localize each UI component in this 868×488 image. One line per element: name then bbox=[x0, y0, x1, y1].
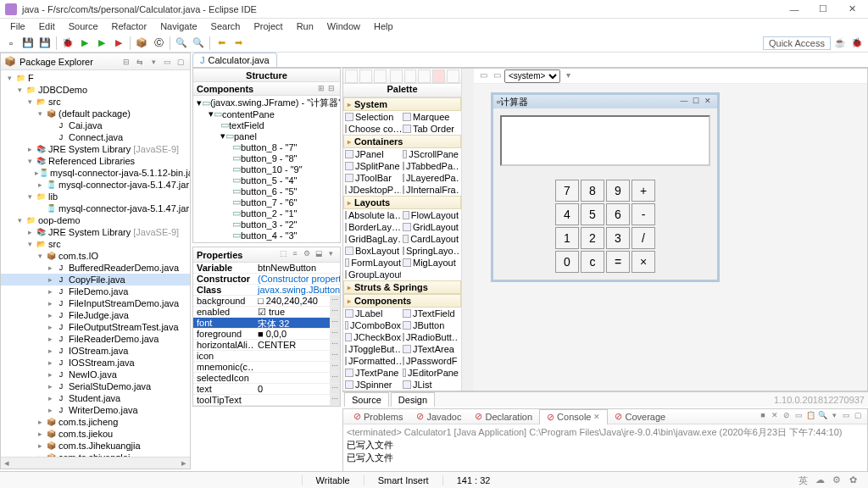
tree-node[interactable]: ▸JFileOutputStreamTest.java bbox=[1, 321, 190, 333]
property-row[interactable]: selectedIcon⋯ bbox=[193, 373, 340, 384]
link-editor-icon[interactable]: ⇆ bbox=[134, 56, 146, 68]
tree-node[interactable]: 🫙mysql-connector-java-5.1.47.jar bbox=[1, 202, 190, 214]
system-select[interactable]: <system> bbox=[504, 69, 560, 83]
palette-item[interactable]: JPasswordF… bbox=[401, 355, 459, 367]
menu-navigate[interactable]: Navigate bbox=[153, 19, 203, 33]
pal-test-icon[interactable] bbox=[447, 69, 459, 83]
palette-item[interactable]: MigLayout bbox=[401, 257, 459, 269]
component-node[interactable]: ▭button_5 - "4" bbox=[193, 175, 340, 186]
pal-paste-icon[interactable] bbox=[418, 69, 431, 83]
tree-node[interactable]: ▸JFileDemo.java bbox=[1, 286, 190, 297]
palette-category[interactable]: Layouts bbox=[343, 196, 461, 209]
menu-refactor[interactable]: Refactor bbox=[105, 19, 154, 33]
tree-node[interactable]: ▸JNewIO.java bbox=[1, 369, 190, 380]
pal-tool-icon[interactable] bbox=[359, 69, 372, 83]
palette-item[interactable]: Absolute la… bbox=[343, 209, 401, 221]
component-node[interactable]: ▾▭panel bbox=[193, 130, 340, 141]
tree-node[interactable]: ▸🫙mysql-connector-java-5.1.12-bin.jar - … bbox=[1, 167, 190, 179]
tree-node[interactable]: ▸JWriterDemo.java bbox=[1, 404, 190, 416]
tray-icon[interactable]: ✿ bbox=[849, 474, 861, 486]
canvas-tool-icon[interactable]: ▾ bbox=[562, 70, 574, 82]
palette-item[interactable]: JComboBox bbox=[343, 319, 401, 331]
palette-item[interactable]: JTabbedPa… bbox=[401, 160, 459, 172]
save-icon[interactable]: 💾 bbox=[20, 36, 36, 51]
tree-node[interactable]: ▸📦com.ts.Jihekuangjia bbox=[1, 440, 190, 452]
minimize-view-icon[interactable]: ▭ bbox=[161, 56, 173, 68]
calc-button[interactable]: + bbox=[632, 180, 655, 202]
palette-category[interactable]: System bbox=[343, 97, 461, 111]
palette-item[interactable]: JFormatted… bbox=[343, 355, 401, 367]
calc-textfield[interactable] bbox=[500, 115, 710, 166]
collapse-icon[interactable]: ⊟ bbox=[326, 84, 337, 94]
palette-item[interactable]: JTextField bbox=[401, 308, 459, 319]
property-row[interactable]: icon⋯ bbox=[193, 351, 340, 362]
debug-icon[interactable]: 🐞 bbox=[60, 36, 75, 51]
calc-button[interactable]: c bbox=[581, 251, 604, 273]
coverage-icon[interactable]: ▶ bbox=[94, 36, 109, 51]
tree-node[interactable]: ▸JCopyFile.java bbox=[1, 274, 190, 286]
tree-node[interactable]: ▸JStudent.java bbox=[1, 392, 190, 404]
tray-icon[interactable]: 英 bbox=[798, 474, 810, 486]
palette-item[interactable]: JDesktopP… bbox=[343, 184, 401, 196]
menu-search[interactable]: Search bbox=[204, 19, 248, 33]
palette-item[interactable]: JInternalFra… bbox=[401, 184, 459, 196]
property-row[interactable]: text0⋯ bbox=[193, 384, 340, 395]
tray-icon[interactable]: ☁ bbox=[815, 474, 827, 486]
palette-category[interactable]: Components bbox=[343, 294, 461, 308]
jframe-min-icon[interactable]: — bbox=[678, 97, 690, 107]
open-type-icon[interactable]: 🔍 bbox=[174, 36, 189, 51]
pal-delete-icon[interactable] bbox=[432, 69, 445, 83]
jframe-max-icon[interactable]: ☐ bbox=[690, 97, 702, 107]
tree-node[interactable]: ▸JIOStream.java bbox=[1, 345, 190, 357]
palette-item[interactable]: JPanel bbox=[343, 148, 401, 160]
quick-access[interactable]: Quick Access bbox=[763, 36, 831, 50]
tree-node[interactable]: ▾📁lib bbox=[1, 191, 190, 202]
property-row[interactable]: font宋体 32⋯ bbox=[193, 318, 340, 329]
console-toolbar-icon[interactable]: ▭ bbox=[840, 411, 852, 423]
component-node[interactable]: ▭button_2 - "1" bbox=[193, 208, 340, 219]
view-menu-icon[interactable]: ▾ bbox=[147, 56, 159, 68]
editor-tab-calculator[interactable]: J Calculator.java bbox=[192, 53, 277, 67]
palette-item[interactable]: GridLayout bbox=[401, 221, 459, 233]
calc-button[interactable]: × bbox=[632, 251, 655, 273]
console-toolbar-icon[interactable]: ▾ bbox=[828, 411, 840, 423]
component-node[interactable]: ▭textField bbox=[193, 119, 340, 130]
palette-item[interactable]: GroupLayout bbox=[343, 269, 401, 280]
maximize-view-icon[interactable]: ▢ bbox=[175, 56, 186, 68]
palette-item[interactable]: JTextPane bbox=[343, 367, 401, 379]
palette-item[interactable]: BoxLayout bbox=[343, 245, 401, 257]
property-row[interactable]: horizontalAli…CENTER⋯ bbox=[193, 340, 340, 351]
tree-node[interactable]: ▸JSerialStuDemo.java bbox=[1, 380, 190, 392]
property-row[interactable]: VariablebtnNewButton bbox=[193, 263, 340, 274]
palette-item[interactable]: JRadioButt… bbox=[401, 331, 459, 343]
property-row[interactable]: background□ 240,240,240⋯ bbox=[193, 296, 340, 307]
component-node[interactable]: ▭button_4 - "3" bbox=[193, 230, 340, 241]
scrollbar-h[interactable]: ◂▸ bbox=[1, 457, 190, 469]
calc-button[interactable]: / bbox=[632, 227, 655, 249]
palette-item[interactable]: Selection bbox=[343, 111, 401, 123]
close-button[interactable]: ✕ bbox=[841, 3, 863, 16]
maximize-button[interactable]: ☐ bbox=[812, 3, 834, 16]
property-row[interactable]: Constructor(Constructor properties) bbox=[193, 274, 340, 285]
design-jframe[interactable]: ▫ 计算器 — ☐ ✕ 789+456-123/0c=× bbox=[491, 92, 720, 282]
expand-icon[interactable]: ⊞ bbox=[316, 84, 326, 94]
console-toolbar-icon[interactable]: ✕ bbox=[769, 411, 781, 423]
run-icon[interactable]: ▶ bbox=[77, 36, 92, 51]
palette-item[interactable]: JTextArea bbox=[401, 343, 459, 355]
menu-window[interactable]: Window bbox=[320, 19, 367, 33]
component-node[interactable]: ▭button_7 - "6" bbox=[193, 197, 340, 208]
component-node[interactable]: ▭button_10 - "9" bbox=[193, 164, 340, 175]
menu-run[interactable]: Run bbox=[290, 19, 320, 33]
tree-node[interactable]: ▸📚JRE System Library [JavaSE-9] bbox=[1, 143, 190, 155]
menu-source[interactable]: Source bbox=[62, 19, 105, 33]
palette-item[interactable]: JCheckBox bbox=[343, 331, 401, 343]
tree-node[interactable]: ▸JIOSStream.java bbox=[1, 357, 190, 369]
tree-node[interactable]: ▾📁F bbox=[1, 72, 190, 84]
ext-tools-icon[interactable]: ▶ bbox=[111, 36, 126, 51]
palette-item[interactable]: FormLayout bbox=[343, 257, 401, 269]
console-toolbar-icon[interactable]: 📋 bbox=[804, 411, 816, 423]
component-node[interactable]: ▭button_9 - "8" bbox=[193, 152, 340, 164]
props-btn3-icon[interactable]: ⚙ bbox=[301, 249, 313, 261]
calc-button[interactable]: 4 bbox=[555, 203, 579, 225]
new-class-icon[interactable]: Ⓒ bbox=[151, 36, 166, 51]
